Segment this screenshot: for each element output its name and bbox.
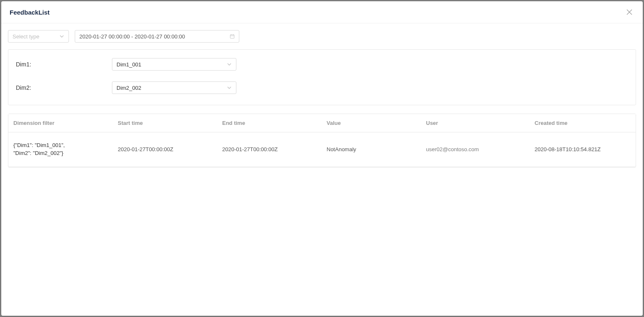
dim2-row: Dim2: Dim2_002 xyxy=(16,81,628,94)
modal-title: FeedbackList xyxy=(10,9,50,16)
th-start-time: Start time xyxy=(113,114,217,132)
dim1-row: Dim1: Dim1_001 xyxy=(16,58,628,71)
calendar-icon xyxy=(230,34,235,39)
table-row: {"Dim1": "Dim1_001", "Dim2": "Dim2_002"}… xyxy=(8,132,636,167)
td-created-time: 2020-08-18T10:10:54.821Z xyxy=(530,137,636,162)
th-created-time: Created time xyxy=(530,114,636,132)
td-start-time: 2020-01-27T00:00:00Z xyxy=(113,137,217,162)
date-range-picker[interactable]: 2020-01-27 00:00:00 - 2020-01-27 00:00:0… xyxy=(75,30,239,43)
chevron-down-icon xyxy=(227,85,232,90)
dim-filter-line2: "Dim2": "Dim2_002"} xyxy=(13,150,108,157)
dim2-label: Dim2: xyxy=(16,84,112,91)
dim1-label: Dim1: xyxy=(16,61,112,68)
type-select[interactable]: Select type xyxy=(8,30,69,43)
dim1-select[interactable]: Dim1_001 xyxy=(112,58,236,71)
filter-row: Select type 2020-01-27 00:00:00 - 2020-0… xyxy=(8,30,636,43)
th-value: Value xyxy=(322,114,421,132)
modal-body: Select type 2020-01-27 00:00:00 - 2020-0… xyxy=(1,23,643,316)
th-dimension-filter: Dimension filter xyxy=(8,114,113,132)
modal-header: FeedbackList xyxy=(1,1,643,23)
chevron-down-icon xyxy=(59,34,64,39)
th-end-time: End time xyxy=(217,114,322,132)
dimension-panel: Dim1: Dim1_001 Dim2: Dim2_002 xyxy=(8,49,636,105)
type-select-placeholder: Select type xyxy=(13,33,39,40)
dim2-select-value: Dim2_002 xyxy=(117,85,141,91)
close-icon xyxy=(626,9,632,15)
svg-rect-2 xyxy=(230,35,234,38)
td-value: NotAnomaly xyxy=(322,137,421,162)
date-range-text: 2020-01-27 00:00:00 - 2020-01-27 00:00:0… xyxy=(79,33,230,40)
chevron-down-icon xyxy=(227,62,232,67)
close-button[interactable] xyxy=(624,7,634,17)
feedback-list-modal: FeedbackList Select type 2020-01-27 00:0… xyxy=(1,1,643,316)
td-dimension-filter: {"Dim1": "Dim1_001", "Dim2": "Dim2_002"} xyxy=(8,132,113,167)
feedback-table: Dimension filter Start time End time Val… xyxy=(8,114,636,167)
td-end-time: 2020-01-27T00:00:00Z xyxy=(217,137,322,162)
td-user: user02@contoso.com xyxy=(421,137,530,162)
dim1-select-value: Dim1_001 xyxy=(117,61,141,68)
dim2-select[interactable]: Dim2_002 xyxy=(112,81,236,94)
th-user: User xyxy=(421,114,530,132)
table-header: Dimension filter Start time End time Val… xyxy=(8,114,636,132)
dim-filter-line1: {"Dim1": "Dim1_001", xyxy=(13,142,108,150)
